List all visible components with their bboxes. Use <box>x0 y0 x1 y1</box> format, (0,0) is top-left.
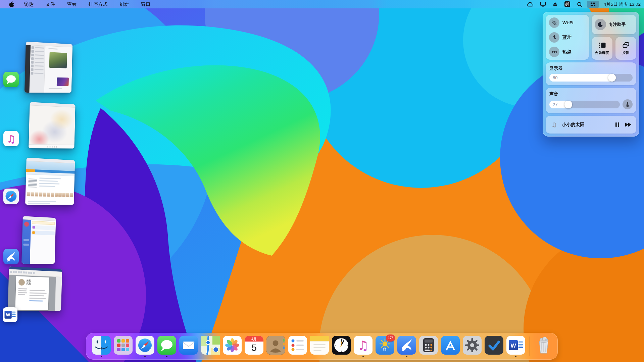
dock-safari[interactable] <box>136 336 154 357</box>
messages-app-icon[interactable] <box>3 72 19 87</box>
contacts-app-icon <box>266 336 285 355</box>
photos-app-icon <box>223 336 242 355</box>
sound-card: 声音 27 <box>546 88 636 113</box>
volume-knob[interactable] <box>564 101 572 108</box>
word-window-preview[interactable]: 姓名 此处 <box>8 266 62 311</box>
word-app-icon[interactable] <box>3 307 17 322</box>
control-center-panel: Wi-Fi 蓝牙 <box>543 12 639 137</box>
app-store-icon <box>441 336 460 355</box>
dock-todo[interactable] <box>485 336 503 355</box>
music-mini-controls <box>29 144 74 149</box>
menu-refresh[interactable]: 刷新 <box>113 0 135 8</box>
word-app-icon <box>506 336 525 355</box>
pause-icon[interactable] <box>615 122 620 127</box>
music-window-preview[interactable] <box>29 102 76 149</box>
control-center-status[interactable] <box>587 1 599 8</box>
dock-thunder[interactable] <box>397 336 416 357</box>
eject-status[interactable] <box>551 1 560 8</box>
dock-maps[interactable] <box>201 336 220 355</box>
running-indicator <box>406 356 407 357</box>
search-icon <box>577 2 582 7</box>
stage-thumbnail-music[interactable] <box>0 100 87 154</box>
dock-trash[interactable] <box>534 336 553 355</box>
bluetooth-toggle[interactable]: 蓝牙 <box>549 32 586 43</box>
focus-toggle[interactable]: 专注助手 <box>592 15 636 34</box>
dock-separator <box>530 337 530 356</box>
dock-mail[interactable] <box>179 336 198 355</box>
now-playing-card[interactable]: ♫ 小小的太阳 <box>546 116 636 134</box>
running-indicator <box>362 356 364 357</box>
cloud-icon <box>527 2 533 7</box>
bluetooth-label: 蓝牙 <box>562 34 572 40</box>
hotspot-toggle[interactable]: 热点 <box>549 47 586 57</box>
running-indicator <box>515 356 516 357</box>
safari-app-icon[interactable] <box>3 189 19 204</box>
word-side-panel <box>55 277 62 311</box>
dock-word[interactable] <box>506 336 525 357</box>
wifi-toggle[interactable]: Wi-Fi <box>549 17 586 28</box>
fast-forward-icon[interactable] <box>625 122 632 127</box>
wechat-window-preview[interactable] <box>24 42 72 93</box>
dock-photos[interactable] <box>223 336 242 355</box>
microphone-icon <box>625 102 630 107</box>
stage-thumbnail-wechat[interactable] <box>0 40 87 98</box>
microphone-button[interactable] <box>623 99 633 109</box>
menu-view[interactable]: 查看 <box>61 0 83 8</box>
dock-clock[interactable] <box>332 336 351 355</box>
now-playing-title: 小小的太阳 <box>562 122 611 128</box>
running-indicator <box>166 356 167 357</box>
music-app-icon <box>354 336 373 355</box>
screen-mirroring-toggle[interactable]: 投影 <box>615 37 636 60</box>
safari-page-content <box>25 161 75 205</box>
stage-thumbnail-safari[interactable] <box>0 156 87 209</box>
dock-weather[interactable]: 17° 晴 <box>376 336 394 355</box>
apple-menu[interactable] <box>5 1 18 7</box>
wechat-shared-image <box>57 77 69 86</box>
brightness-slider[interactable]: 80 <box>549 74 633 82</box>
display-status[interactable] <box>538 1 548 8</box>
messages-app-icon <box>157 336 176 355</box>
music-app-icon[interactable] <box>3 131 19 146</box>
input-method-status[interactable]: 拼 <box>562 1 572 8</box>
menu-finder[interactable]: 访达 <box>18 0 40 8</box>
focus-label: 专注助手 <box>609 22 626 28</box>
menu-sort[interactable]: 排序方式 <box>83 0 113 8</box>
dock-reminders[interactable] <box>288 336 307 355</box>
dock-notes[interactable] <box>310 336 329 355</box>
dock-settings[interactable] <box>463 336 482 355</box>
dock-calculator[interactable] <box>419 336 438 355</box>
cloud-status[interactable] <box>525 1 535 8</box>
spotlight-status[interactable] <box>575 1 584 8</box>
thunder-app-icon[interactable] <box>3 249 19 264</box>
stage-thumbnail-word[interactable]: 姓名 此处 <box>0 264 81 325</box>
dock-contacts[interactable] <box>266 336 285 355</box>
display-section-title: 显示器 <box>549 65 633 71</box>
dock-launchpad[interactable] <box>114 336 133 355</box>
safari-window-preview[interactable] <box>25 158 75 205</box>
menu-file[interactable]: 文件 <box>40 0 61 8</box>
connectivity-card: Wi-Fi 蓝牙 <box>546 15 589 60</box>
thunder-download-list <box>30 220 56 264</box>
menu-bar-clock[interactable]: 4月5日 周五 13:02 <box>602 1 641 7</box>
music-note-icon: ♫ <box>550 121 558 128</box>
dock-messages[interactable] <box>157 336 176 357</box>
webpage-qr-code <box>28 178 37 187</box>
volume-slider[interactable]: 27 <box>549 101 620 108</box>
dock-calendar[interactable]: 4月 5 <box>245 336 263 355</box>
screen-mirroring-label: 投影 <box>623 51 630 55</box>
trash-full-icon <box>534 336 553 355</box>
menu-window[interactable]: 窗口 <box>135 0 156 8</box>
thunder-window-preview[interactable] <box>21 216 56 264</box>
brightness-knob[interactable] <box>608 74 616 82</box>
screen-mirroring-icon <box>622 42 630 49</box>
stage-thumbnail-thunder[interactable] <box>0 214 74 269</box>
apple-logo-icon <box>9 1 14 7</box>
resume-place-label: 此处 <box>27 282 31 285</box>
reminders-app-icon <box>288 336 307 355</box>
dock-finder[interactable] <box>92 336 111 357</box>
stage-manager-icon <box>598 42 606 49</box>
stage-manager-toggle[interactable]: 台前调度 <box>592 37 612 60</box>
weather-temp-badge: 17° <box>386 334 395 342</box>
dock-music[interactable] <box>354 336 373 357</box>
dock-appstore[interactable] <box>441 336 460 355</box>
